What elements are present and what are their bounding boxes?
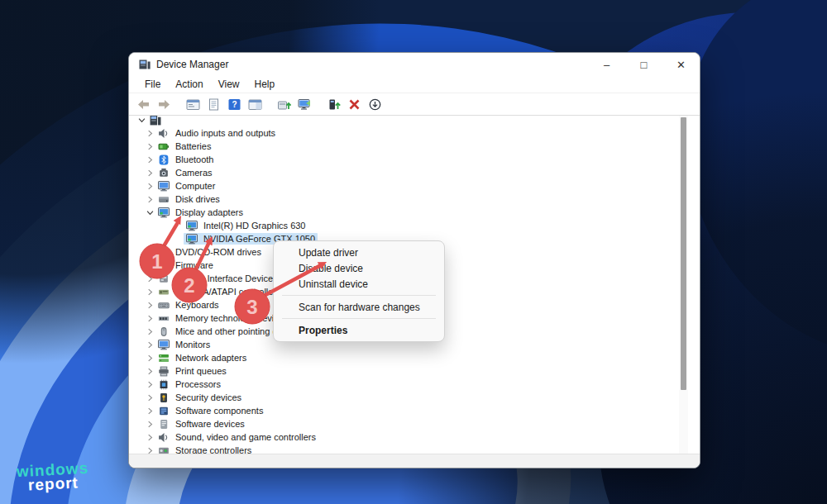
monitor-icon	[158, 181, 170, 191]
memory-icon	[158, 313, 170, 323]
tree-item-label: Network adapters	[173, 352, 249, 364]
context-menu-item-properties[interactable]: Properties	[274, 322, 444, 338]
chevron-down-icon[interactable]	[136, 116, 147, 125]
tree-item-bluetooth[interactable]: Bluetooth	[129, 153, 700, 166]
scrollbar-thumb[interactable]	[681, 117, 686, 390]
console-tree-button[interactable]	[184, 96, 202, 112]
chevron-right-icon[interactable]	[144, 313, 155, 323]
chevron-right-icon[interactable]	[144, 419, 155, 429]
gpu-icon	[186, 221, 198, 231]
uninstall-device-button[interactable]	[345, 96, 363, 112]
tree-item-print-queues[interactable]: Print queues	[129, 364, 700, 378]
tree-item-computer-root[interactable]	[129, 116, 700, 126]
chevron-down-icon[interactable]	[144, 207, 155, 217]
tree-item-computer[interactable]: Computer	[129, 179, 700, 193]
tree-item-sound-video-and-game-controllers[interactable]: Sound, video and game controllers	[129, 430, 700, 444]
chevron-right-icon[interactable]	[144, 379, 155, 389]
device-manager-icon	[139, 59, 151, 70]
chevron-right-icon[interactable]	[144, 366, 155, 376]
chevron-right-icon[interactable]	[144, 168, 155, 178]
menu-action[interactable]: Action	[168, 77, 210, 92]
tree-item-security-devices[interactable]: Security devices	[129, 391, 700, 404]
battery-icon	[158, 141, 170, 151]
panel-window-icon	[248, 98, 262, 111]
tree-item-label: Display adapters	[173, 207, 246, 218]
chevron-right-icon[interactable]	[144, 273, 155, 283]
tree-item-network-adapters[interactable]: Network adapters	[129, 351, 700, 364]
menu-file[interactable]: File	[137, 77, 168, 92]
chevron-right-icon[interactable]	[144, 247, 155, 257]
tree-item-disk-drives[interactable]: Disk drives	[129, 193, 700, 206]
tree-item-processors[interactable]: Processors	[129, 378, 700, 391]
tree-item-display-adapters[interactable]: Display adapters	[129, 206, 700, 219]
tree-item-label: Print queues	[173, 365, 229, 377]
tree-item-batteries[interactable]: Batteries	[129, 140, 700, 153]
context-menu-item-uninstall-device[interactable]: Uninstall device	[274, 276, 444, 292]
tree-item-cameras[interactable]: Cameras	[129, 166, 700, 179]
update-driver-button[interactable]	[324, 96, 342, 112]
tree-item-label	[165, 119, 170, 121]
hid-icon	[158, 273, 170, 283]
chevron-right-icon[interactable]	[144, 287, 155, 297]
tree-item-label: Computer	[173, 180, 218, 192]
menu-bar: FileActionViewHelp	[129, 76, 700, 93]
chevron-right-icon[interactable]	[144, 326, 155, 336]
context-menu-item-update-driver[interactable]: Update driver	[274, 245, 444, 260]
close-button[interactable]: ✕	[662, 53, 700, 76]
chevron-right-icon[interactable]	[144, 432, 155, 442]
tree-item-label: Security devices	[173, 392, 244, 403]
chevron-right-icon[interactable]	[144, 128, 155, 138]
tree-item-label: Batteries	[173, 140, 213, 152]
window-title: Device Manager	[156, 59, 228, 70]
panel-view-button[interactable]	[246, 96, 264, 112]
context-menu-item-disable-device[interactable]: Disable device	[274, 260, 444, 276]
context-menu-item-scan-for-hardware-changes[interactable]: Scan for hardware changes	[274, 299, 444, 315]
computers-view-button[interactable]	[295, 96, 313, 112]
chevron-right-icon[interactable]	[144, 181, 155, 191]
cpu-icon	[158, 379, 170, 389]
menu-view[interactable]: View	[211, 77, 247, 92]
tree-item-label: Software devices	[173, 418, 247, 430]
menu-help[interactable]: Help	[247, 77, 283, 92]
tree-item-label: Human Interface Devices	[173, 273, 280, 284]
tree-item-label: Cameras	[173, 167, 215, 178]
monitor-chat-icon	[298, 98, 312, 111]
chevron-right-icon[interactable]	[144, 353, 155, 363]
printer-icon	[158, 366, 170, 376]
help-button[interactable]: ?	[225, 96, 243, 112]
disable-device-button[interactable]	[366, 96, 384, 112]
tree-item-label: Processors	[173, 378, 223, 390]
chevron-right-icon[interactable]	[144, 340, 155, 349]
document-icon	[207, 98, 221, 111]
menu-separator	[282, 295, 436, 296]
maximize-button[interactable]: □	[625, 53, 662, 76]
tree-item-label: Firmware	[173, 259, 216, 271]
chevron-right-icon[interactable]	[144, 392, 155, 402]
chevron-right-icon[interactable]	[144, 406, 155, 416]
tree-item-intel-r-hd-graphics-630[interactable]: Intel(R) HD Graphics 630	[129, 219, 700, 232]
tree-item-software-components[interactable]: Software components	[129, 404, 700, 417]
properties-button[interactable]	[204, 96, 222, 112]
back-button[interactable]	[134, 96, 152, 112]
tree-item-label: Bluetooth	[173, 154, 216, 165]
scan-hardware-changes-button[interactable]	[275, 96, 293, 112]
speaker-icon	[158, 432, 170, 442]
back-icon	[136, 98, 151, 111]
tree-item-software-devices[interactable]: Software devices	[129, 417, 700, 430]
monitor-icon	[158, 340, 170, 349]
chevron-right-icon[interactable]	[144, 194, 155, 204]
chevron-right-icon[interactable]	[144, 300, 155, 310]
tree-item-audio-inputs-and-outputs[interactable]: Audio inputs and outputs	[129, 126, 700, 140]
minimize-button[interactable]: –	[588, 53, 625, 76]
chevron-right-icon[interactable]	[144, 260, 155, 270]
gpu-icon	[186, 234, 198, 244]
chevron-right-icon[interactable]	[144, 155, 155, 164]
forward-button[interactable]	[155, 96, 173, 112]
tree-item-label: Keyboards	[173, 299, 222, 311]
chevron-right-icon[interactable]	[144, 141, 155, 151]
menu-separator	[282, 318, 436, 319]
tree-item-label: Intel(R) HD Graphics 630	[201, 220, 308, 231]
software-device-icon	[158, 419, 170, 429]
forward-icon	[157, 98, 171, 111]
vertical-scrollbar[interactable]	[679, 116, 688, 455]
